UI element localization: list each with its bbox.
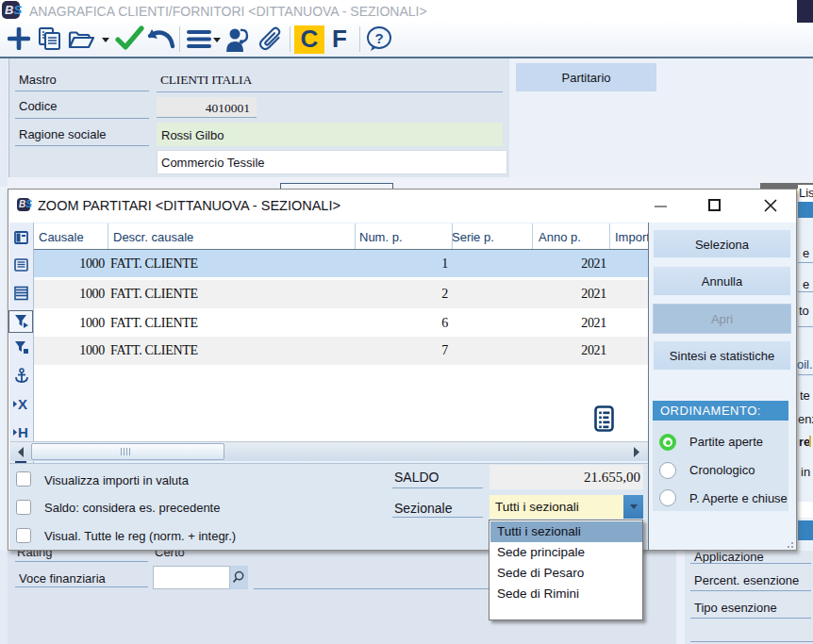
svg-text:H: H [18,424,28,440]
svg-text:?: ? [374,30,383,46]
svg-text:X: X [18,396,27,412]
